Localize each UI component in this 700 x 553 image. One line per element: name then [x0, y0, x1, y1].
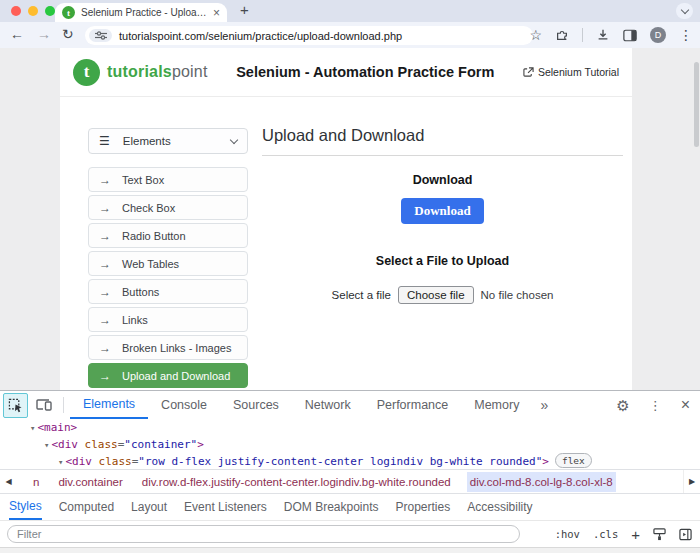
element-classes-button[interactable]: .cls — [593, 528, 618, 540]
sidebar-item-broken-links[interactable]: →Broken Links - Images — [88, 335, 248, 360]
page-viewport: t tutorialspoint Selenium - Automation P… — [0, 48, 700, 390]
devtools-actions: ⚙ ⋮ × — [616, 391, 690, 419]
tab-dom-breakpoints[interactable]: DOM Breakpoints — [284, 494, 379, 520]
sidebar-item-upload-download[interactable]: →Upload and Download — [88, 363, 248, 388]
expand-triangle-icon[interactable]: ▾ — [30, 423, 35, 433]
styles-filter-input[interactable] — [7, 525, 520, 543]
dom-node-row[interactable]: ▾<div class="row d-flex justify-content-… — [0, 453, 700, 471]
sidebar-item-radio-button[interactable]: →Radio Button — [88, 223, 248, 248]
bookmark-star-icon[interactable]: ☆ — [529, 28, 542, 42]
breadcrumb-scroll-right-icon[interactable]: ▶ — [683, 470, 700, 493]
downloads-icon[interactable] — [596, 28, 610, 42]
breadcrumb-col-selected[interactable]: div.col-md-8.col-lg-8.col-xl-8 — [467, 472, 616, 492]
tab-console[interactable]: Console — [148, 391, 220, 419]
tab-search-button[interactable] — [676, 3, 693, 19]
expand-triangle-icon[interactable]: ▾ — [58, 457, 63, 467]
upload-section-title: Select a File to Upload — [262, 254, 623, 268]
expand-triangle-icon[interactable]: ▾ — [44, 440, 49, 450]
file-input-label: Select a file — [332, 289, 391, 301]
arrow-right-icon: → — [99, 257, 111, 271]
devtools-toolbar: Elements Console Sources Network Perform… — [0, 391, 700, 419]
sidebar-menu: →Text Box →Check Box →Radio Button →Web … — [88, 167, 248, 388]
toggle-element-state-button[interactable]: :hov — [555, 528, 580, 540]
arrow-right-icon: → — [99, 313, 111, 327]
address-bar[interactable]: tutorialspoint.com/selenium/practice/upl… — [85, 26, 533, 45]
window-bottom-edge — [0, 547, 700, 553]
breadcrumb-scroll-left-icon[interactable]: ◀ — [0, 470, 17, 493]
forward-button[interactable]: → — [37, 26, 51, 42]
tab-layout[interactable]: Layout — [131, 494, 167, 520]
download-button[interactable]: Download — [401, 198, 483, 224]
dom-node-main[interactable]: ▾<main> — [0, 420, 700, 437]
styles-filter-actions: :hov .cls + — [555, 521, 692, 547]
sidebar-item-links[interactable]: →Links — [88, 307, 248, 332]
dom-tree: ▾<main> ▾<div class="container"> ▾<div c… — [0, 419, 700, 469]
tab-memory[interactable]: Memory — [461, 391, 532, 419]
sidebar-header[interactable]: ☰ Elements — [88, 128, 248, 154]
selenium-tutorial-link[interactable]: Selenium Tutorial — [523, 66, 619, 78]
breadcrumb-container[interactable]: div.container — [55, 472, 125, 492]
site-settings-icon[interactable] — [89, 29, 112, 42]
side-panel-icon[interactable] — [623, 29, 637, 42]
extensions-icon[interactable] — [555, 28, 569, 42]
computed-styles-sidebar-icon[interactable] — [679, 528, 692, 541]
tab-network[interactable]: Network — [292, 391, 364, 419]
devtools-menu-icon[interactable]: ⋮ — [649, 399, 662, 412]
hamburger-icon: ☰ — [99, 134, 110, 148]
tab-computed[interactable]: Computed — [59, 494, 114, 520]
browser-toolbar: ← → ↻ tutorialspoint.com/selenium/practi… — [0, 22, 700, 48]
chevron-down-icon — [230, 135, 238, 143]
file-upload-row: Select a file Choose file No file chosen — [332, 286, 554, 304]
rendering-emulations-icon[interactable] — [653, 528, 666, 541]
sidebar-item-buttons[interactable]: →Buttons — [88, 279, 248, 304]
tab-performance[interactable]: Performance — [364, 391, 462, 419]
close-window-button[interactable] — [11, 6, 21, 16]
sidebar-header-label: Elements — [123, 135, 231, 147]
browser-menu-icon[interactable]: ⋮ — [679, 28, 693, 42]
reload-button[interactable]: ↻ — [62, 26, 74, 42]
devtools-panel: Elements Console Sources Network Perform… — [0, 390, 700, 553]
inspect-element-button[interactable] — [3, 393, 28, 418]
dom-node-container[interactable]: ▾<div class="container"> — [0, 437, 700, 454]
breadcrumb-main[interactable]: n — [30, 472, 42, 492]
sidebar-item-web-tables[interactable]: →Web Tables — [88, 251, 248, 276]
window-controls — [11, 6, 55, 16]
new-tab-button[interactable]: + — [240, 1, 249, 18]
brand-bold: tutorials — [107, 63, 172, 80]
tab-properties[interactable]: Properties — [396, 494, 451, 520]
url-text: tutorialspoint.com/selenium/practice/upl… — [119, 30, 402, 42]
tab-sources[interactable]: Sources — [220, 391, 292, 419]
flex-badge[interactable]: flex — [555, 453, 592, 468]
devtools-close-icon[interactable]: × — [681, 397, 690, 413]
back-button[interactable]: ← — [10, 26, 24, 42]
tab-event-listeners[interactable]: Event Listeners — [184, 494, 267, 520]
tab-strip: t Selenium Practice - Upload a × + — [0, 0, 700, 22]
page-header: t tutorialspoint Selenium - Automation P… — [60, 48, 632, 97]
brand-name[interactable]: tutorialspoint — [107, 63, 208, 81]
breadcrumb-row[interactable]: div.row.d-flex.justify-content-center.lo… — [139, 472, 454, 492]
arrow-right-icon: → — [99, 341, 111, 355]
more-tabs-icon[interactable]: » — [532, 391, 556, 419]
tutorialspoint-logo-icon[interactable]: t — [73, 59, 100, 86]
browser-tab[interactable]: t Selenium Practice - Upload a × — [55, 3, 227, 22]
tab-close-icon[interactable]: × — [213, 7, 220, 19]
minimize-window-button[interactable] — [28, 6, 38, 16]
sidebar-item-text-box[interactable]: →Text Box — [88, 167, 248, 192]
content-heading: Upload and Download — [262, 126, 623, 156]
device-toolbar-button[interactable] — [36, 397, 52, 412]
tab-elements[interactable]: Elements — [70, 391, 148, 419]
sidebar-item-check-box[interactable]: →Check Box — [88, 195, 248, 220]
toolbar-divider — [63, 397, 64, 413]
page-scrollbar[interactable] — [694, 62, 699, 147]
tab-styles[interactable]: Styles — [9, 494, 42, 520]
profile-avatar[interactable]: D — [650, 27, 666, 43]
arrow-right-icon: → — [99, 201, 111, 215]
maximize-window-button[interactable] — [45, 6, 55, 16]
tab-accessibility[interactable]: Accessibility — [467, 494, 532, 520]
device-toolbar-icon — [36, 397, 52, 412]
devtools-settings-icon[interactable]: ⚙ — [616, 398, 629, 413]
selenium-tutorial-label: Selenium Tutorial — [538, 66, 619, 78]
choose-file-button[interactable]: Choose file — [398, 286, 474, 304]
external-link-icon — [523, 67, 534, 78]
new-style-rule-button[interactable]: + — [631, 527, 640, 542]
